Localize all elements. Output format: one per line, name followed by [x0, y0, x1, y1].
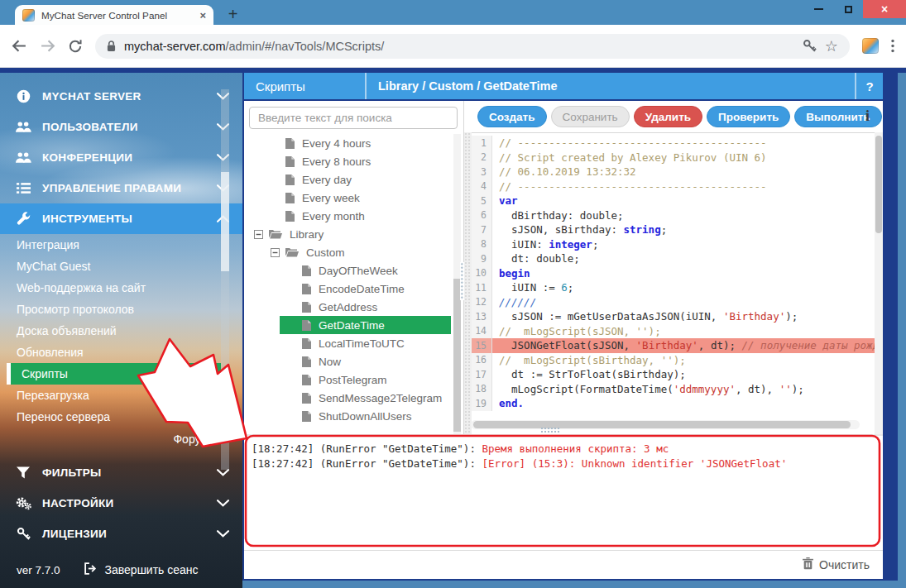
- tree-item[interactable]: GetDateTime: [244, 316, 453, 334]
- editor-horizontal-scrollbar[interactable]: [471, 420, 860, 429]
- code-text: sJSON, sBirthday: string;: [492, 222, 875, 237]
- tree-item-box: GetDateTime: [280, 316, 451, 334]
- users-icon: [15, 121, 31, 133]
- tree-item[interactable]: Every month: [244, 207, 453, 225]
- tree-item[interactable]: SendMessage2Telegram: [244, 389, 453, 407]
- code-text: mLogScript(FormatDateTime('ddmmyyyy', dt…: [492, 382, 875, 397]
- toolbar-button-1[interactable]: Сохранить: [551, 106, 630, 127]
- section-label: КОНФЕРЕНЦИИ: [42, 151, 132, 164]
- tree-item[interactable]: PostTelegram: [244, 370, 453, 389]
- sidebar-item-4[interactable]: Доска объявлений: [0, 320, 242, 342]
- logout-button[interactable]: Завершить сеанс: [84, 562, 199, 577]
- tree-item-box: Every 8 hours: [285, 152, 371, 170]
- sidebar-item-2[interactable]: Web-поддержка на сайт: [0, 277, 242, 299]
- sidebar-item-8[interactable]: Перенос сервера: [0, 406, 242, 428]
- sidebar-item-7[interactable]: Перезагрузка: [0, 385, 242, 406]
- tree-item[interactable]: GetAddress: [244, 298, 453, 316]
- chevron-down-icon: [217, 530, 229, 538]
- tree-item-label: Custom: [306, 246, 345, 259]
- url-bar[interactable]: mychat-server.com/admin/#/navTools/MCScr…: [95, 34, 850, 59]
- info-icon[interactable]: i: [865, 108, 870, 123]
- kebab-menu-icon[interactable]: [891, 39, 894, 53]
- sidebar-section-1[interactable]: ПОЛЬЗОВАТЕЛИ: [0, 112, 242, 142]
- tree-item[interactable]: EncodeDateTime: [244, 280, 453, 298]
- sidebar-item-3[interactable]: Просмотр протоколов: [0, 299, 242, 320]
- breadcrumb: Library / Custom / GetDateTime: [367, 73, 855, 99]
- file-icon: [302, 356, 311, 367]
- code-line: 18 mLogScript(FormatDateTime('ddmmyyyy',…: [464, 382, 875, 397]
- sidebar-item-5[interactable]: Обновления: [0, 342, 242, 363]
- sidebar-item-1[interactable]: MyChat Guest: [0, 256, 242, 277]
- tree-item-box: DayOfTheWeek: [302, 261, 398, 280]
- sidebar-footer: ver 7.7.0 Завершить сеанс: [0, 552, 242, 588]
- minus-box-icon[interactable]: [254, 230, 263, 239]
- horizontal-splitter-grip[interactable]: [540, 427, 560, 433]
- code-line: 5var: [464, 194, 875, 208]
- refresh-icon[interactable]: [68, 39, 83, 54]
- new-tab-button[interactable]: +: [223, 4, 243, 25]
- sidebar-section-bottom-2[interactable]: ЛИЦЕНЗИИ: [0, 519, 242, 549]
- tree-item[interactable]: Custom: [244, 243, 453, 261]
- tree-item[interactable]: Library: [244, 225, 453, 243]
- minus-box-icon[interactable]: [271, 248, 280, 257]
- key-icon[interactable]: [803, 39, 817, 53]
- forward-icon[interactable]: [40, 39, 55, 53]
- browser-tab[interactable]: MyChat Server Control Panel ×: [15, 5, 213, 25]
- tree-item-label: Every week: [302, 192, 360, 204]
- sidebar-item-0[interactable]: Интеграция: [0, 234, 242, 256]
- tab-close-icon[interactable]: ×: [199, 10, 206, 21]
- sidebar-section-2[interactable]: КОНФЕРЕНЦИИ: [0, 142, 242, 173]
- clear-log-button[interactable]: Очистить: [803, 557, 870, 572]
- tree-item[interactable]: Every day: [244, 170, 453, 189]
- logout-icon: [84, 562, 98, 577]
- code-text: // mLogScript(sBirthday, '');: [492, 353, 875, 368]
- bookmark-star-icon[interactable]: ☆: [825, 39, 838, 54]
- browser-navbar: mychat-server.com/admin/#/navTools/MCScr…: [0, 25, 906, 68]
- browser-titlebar: MyChat Server Control Panel × + ×: [0, 0, 906, 25]
- minimize-icon[interactable]: [803, 0, 833, 18]
- toolbar-button-2[interactable]: Удалить: [634, 106, 702, 127]
- file-icon: [302, 411, 311, 422]
- tree-item[interactable]: Now: [244, 352, 453, 370]
- toolbar-button-3[interactable]: Проверить: [707, 106, 790, 127]
- url-path: /admin/#/navTools/MCScripts/: [225, 40, 384, 53]
- file-icon: [302, 320, 311, 331]
- sidebar-item-6[interactable]: Скрипты: [7, 363, 221, 385]
- sidebar-section-3[interactable]: УПРАВЛЕНИЕ ПРАВАМИ: [0, 173, 242, 203]
- list-icon: [15, 182, 31, 194]
- sidebar-section-bottom-1[interactable]: НАСТРОЙКИ: [0, 488, 242, 519]
- sidebar-item-forum[interactable]: Форум: [0, 429, 242, 449]
- tree-item-label: Library: [290, 228, 324, 241]
- tree-item[interactable]: DayOfTheWeek: [244, 261, 453, 280]
- tree-item[interactable]: Every 4 hours: [244, 134, 453, 152]
- file-icon: [302, 375, 311, 385]
- tree-item-box: PostTelegram: [302, 370, 387, 389]
- maximize-icon[interactable]: [833, 0, 863, 18]
- users-icon: [15, 151, 31, 164]
- tree-item[interactable]: ShutDownAllUsers: [244, 407, 453, 425]
- log-entry-message: [Error] (15:3): Unknown identifier 'JSON…: [482, 457, 787, 470]
- mychat-extension-icon[interactable]: [862, 38, 879, 54]
- code-editor[interactable]: 1// ------------------------------------…: [464, 132, 875, 434]
- code-text: JSONGetFloat(sJSON, 'Birthday', dt); // …: [492, 338, 875, 353]
- close-icon[interactable]: ×: [863, 0, 906, 18]
- help-button[interactable]: ?: [855, 73, 883, 99]
- code-line: 19end.: [464, 396, 875, 411]
- search-input[interactable]: [249, 107, 458, 129]
- page-title[interactable]: Скрипты: [244, 73, 367, 99]
- tree-item[interactable]: LocalTimeToUTC: [244, 334, 453, 352]
- sidebar-section-bottom-0[interactable]: ФИЛЬТРЫ: [0, 457, 242, 488]
- tree-item[interactable]: Every 8 hours: [244, 152, 453, 170]
- sidebar-section-4[interactable]: ИНСТРУМЕНТЫ: [0, 203, 242, 234]
- editor-vertical-scrollbar[interactable]: [875, 132, 883, 434]
- sidebar-section-0[interactable]: MYCHAT SERVER: [0, 81, 242, 112]
- code-line: 17 dt := StrToFloat(sBirthday);: [464, 367, 875, 382]
- log-entry-prefix: [18:27:42] (RunError "GetDateTime"):: [252, 457, 482, 470]
- code-line: 16// mLogScript(sBirthday, '');: [464, 353, 875, 368]
- tree-item[interactable]: Every week: [244, 189, 453, 207]
- back-icon[interactable]: [12, 39, 27, 53]
- folder-open-icon: [285, 247, 299, 257]
- tree-item-label: EncodeDateTime: [319, 283, 405, 295]
- toolbar-button-0[interactable]: Создать: [477, 106, 547, 127]
- sidebar-scrollbar[interactable]: [221, 89, 229, 470]
